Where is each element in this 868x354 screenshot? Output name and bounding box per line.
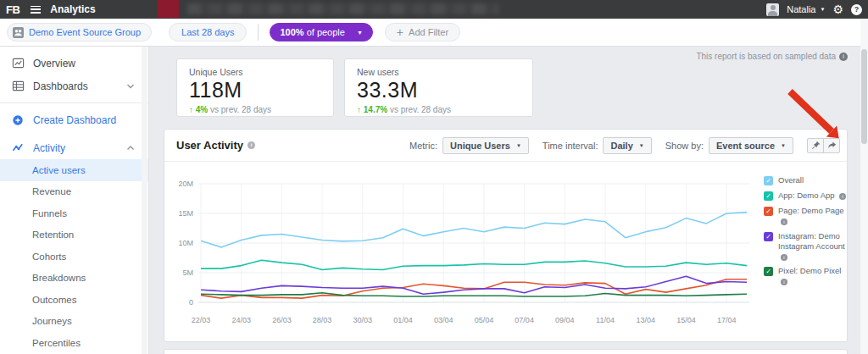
info-icon[interactable]: i — [781, 279, 787, 285]
chevron-down-icon[interactable] — [126, 82, 135, 90]
filter-bar: Demo Event Source Group Last 28 days 100… — [0, 19, 868, 47]
show-by-label: Show by: — [665, 141, 704, 151]
topbar: FB Analytics Natalia ▼ ⚙ ? — [0, 0, 868, 19]
people-filter-label: 100% of people — [280, 27, 344, 37]
sidebar-item-retention[interactable]: Retention — [0, 224, 148, 246]
sidebar-item-label: Dashboards — [33, 80, 88, 92]
legend-checkbox[interactable]: ✓ — [764, 232, 773, 241]
legend-item-instagram-demo-instagram-account[interactable]: ✓Instagram: Demo Instagram Account i — [764, 231, 852, 262]
redacted-badge — [158, 0, 179, 18]
sidebar-item-label: Overview — [33, 58, 75, 69]
user-activity-panel: User Activity i Metric: Unique Users ▼ T… — [164, 129, 848, 342]
sidebar-item-label: Journeys — [32, 316, 72, 326]
sidebar-item-label: Retention — [32, 230, 74, 240]
info-icon[interactable]: i — [248, 141, 255, 149]
fb-logo[interactable]: FB — [6, 3, 19, 16]
sidebar-item-percentiles[interactable]: Percentiles — [0, 332, 148, 354]
legend-item-overall[interactable]: ✓Overall — [764, 175, 852, 185]
chevron-down-icon: ▼ — [516, 143, 521, 148]
share-icon — [827, 141, 837, 150]
chart-title: User Activity i — [176, 139, 255, 152]
legend-item-page-demo-page[interactable]: ✓Page: Demo Page i — [764, 206, 852, 226]
sidebar-item-create-dashboard[interactable]: Create Dashboard — [0, 108, 148, 131]
chevron-down-icon: ▼ — [357, 30, 363, 36]
event-source-group-button[interactable]: Demo Event Source Group — [7, 23, 152, 41]
sidebar-scrollbar[interactable] — [142, 47, 147, 354]
x-axis-tick: 26/03 — [264, 316, 298, 324]
plus-icon: + — [397, 25, 403, 39]
sidebar-item-funnels[interactable]: Funnels — [0, 202, 148, 224]
main-content: This report is based on sampled data i U… — [150, 47, 868, 354]
chevron-down-icon: ▼ — [781, 143, 786, 148]
dashboards-icon — [11, 80, 25, 93]
chart-legend: ✓Overall✓App: Demo App i✓Page: Demo Page… — [764, 175, 852, 291]
sidebar-item-cohorts[interactable]: Cohorts — [0, 246, 148, 268]
legend-item-app-demo-app[interactable]: ✓App: Demo App i — [764, 191, 852, 201]
sidebar-item-breakdowns[interactable]: Breakdowns — [0, 268, 148, 290]
sidebar-nav: OverviewDashboardsCreate DashboardActivi… — [0, 52, 148, 354]
legend-label: App: Demo App i — [778, 191, 846, 201]
kpi-card-unique-users: Unique Users 118M ↑ 4% vs prev. 28 days — [176, 58, 334, 117]
line-chart[interactable] — [198, 180, 749, 306]
add-filter-button[interactable]: + Add Filter — [385, 23, 460, 41]
series-line-overall — [201, 213, 747, 247]
sidebar-item-label: Activity — [33, 142, 65, 154]
sidebar-item-label: Percentiles — [32, 338, 81, 348]
y-axis-tick: 5M — [166, 268, 193, 277]
chevron-down-icon: ▼ — [820, 7, 825, 12]
x-axis-tick: 01/04 — [387, 316, 420, 324]
page-scrollbar[interactable] — [860, 19, 868, 354]
help-icon[interactable]: ? — [851, 4, 862, 15]
info-icon[interactable]: i — [839, 193, 846, 200]
hamburger-icon[interactable] — [31, 6, 41, 14]
next-panel-partial — [164, 349, 848, 354]
series-line-app-demo-app — [201, 260, 747, 269]
legend-checkbox[interactable]: ✓ — [764, 207, 773, 216]
legend-label: Instagram: Demo Instagram Account i — [778, 231, 852, 262]
sidebar-item-label: Revenue — [32, 186, 71, 196]
sidebar-item-dashboards[interactable]: Dashboards — [0, 75, 148, 97]
legend-item-pixel-demo-pixel[interactable]: ✓Pixel: Demo Pixel i — [764, 266, 852, 286]
sidebar-item-outcomes[interactable]: Outcomes — [0, 289, 148, 311]
kpi-label: New users — [357, 67, 520, 77]
date-range-button[interactable]: Last 28 days — [169, 23, 247, 41]
x-axis-tick: 28/03 — [305, 316, 339, 324]
user-menu[interactable]: Natalia ▼ — [787, 4, 825, 14]
y-axis-tick: 10M — [166, 239, 193, 247]
x-axis-tick: 24/03 — [225, 316, 259, 324]
metric-dropdown[interactable]: Unique Users ▼ — [442, 137, 529, 154]
sidebar-item-label: Create Dashboard — [33, 114, 116, 126]
share-button[interactable] — [823, 138, 840, 153]
scrollbar-thumb[interactable] — [861, 49, 867, 144]
sidebar-item-journeys[interactable]: Journeys — [0, 311, 148, 333]
legend-checkbox[interactable]: ✓ — [764, 267, 773, 276]
gear-icon[interactable]: ⚙ — [832, 3, 843, 15]
y-axis-tick: 20M — [166, 180, 193, 188]
legend-label: Overall — [778, 175, 804, 185]
search-bar-blurred[interactable] — [187, 3, 499, 14]
people-filter-dropdown[interactable]: 100% of people ▼ — [270, 23, 372, 41]
x-axis-tick: 22/03 — [184, 316, 218, 324]
sidebar-item-revenue[interactable]: Revenue — [0, 181, 148, 203]
pin-icon — [811, 141, 821, 150]
avatar[interactable] — [766, 3, 779, 16]
sidebar-item-label: Outcomes — [32, 295, 76, 305]
legend-checkbox[interactable]: ✓ — [764, 191, 773, 201]
plus-icon — [11, 113, 25, 127]
x-axis-tick: 13/04 — [629, 316, 663, 324]
legend-checkbox[interactable]: ✓ — [764, 176, 773, 185]
info-icon[interactable]: i — [839, 53, 848, 61]
sampled-data-text: This report is based on sampled data — [696, 52, 836, 61]
info-icon[interactable]: i — [781, 218, 787, 225]
activity-icon — [11, 141, 25, 155]
chevron-up-icon[interactable] — [126, 144, 135, 152]
show-by-dropdown[interactable]: Event source ▼ — [709, 137, 793, 154]
sidebar-item-label: Breakdowns — [32, 273, 86, 283]
sidebar-item-activity[interactable]: Activity — [0, 136, 148, 159]
sidebar-item-overview[interactable]: Overview — [0, 52, 148, 75]
time-interval-dropdown[interactable]: Daily ▼ — [603, 137, 651, 154]
x-axis-tick: 09/04 — [548, 316, 581, 324]
sidebar-item-active-users[interactable]: Active users — [0, 159, 148, 181]
pin-button[interactable] — [807, 138, 824, 153]
info-icon[interactable]: i — [781, 254, 787, 261]
